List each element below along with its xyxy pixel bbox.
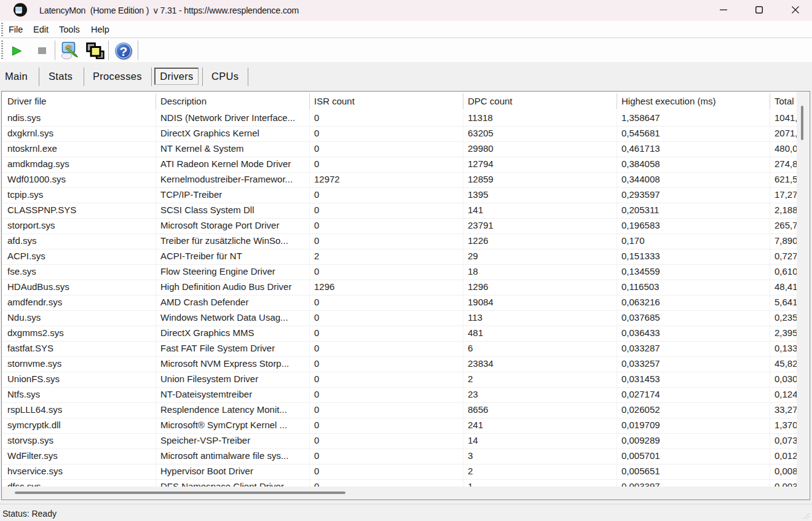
svg-text:?: ? [119,44,127,58]
